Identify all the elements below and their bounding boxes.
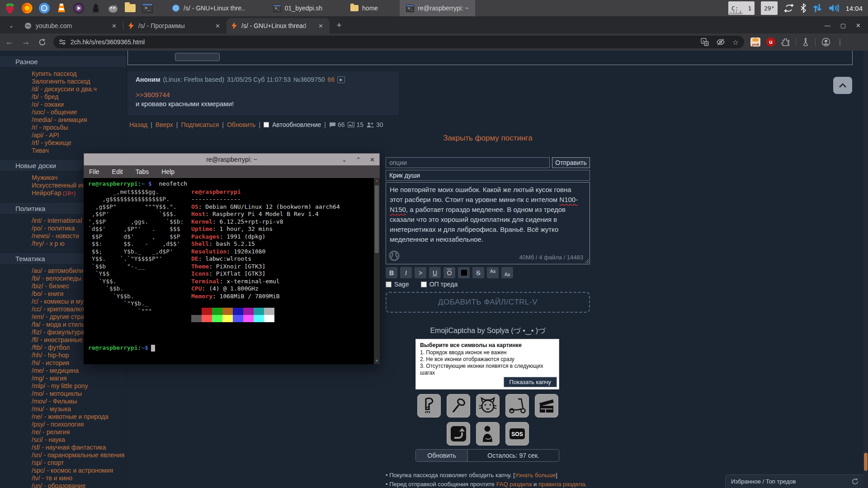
format-overline-button[interactable]: O (443, 267, 455, 278)
terminal-scrollbar-thumb[interactable] (375, 185, 379, 253)
captcha-scarf-icon[interactable] (417, 394, 441, 418)
sidebar-board-link[interactable]: /me/ - медицина (0, 367, 126, 375)
subject-input[interactable] (386, 170, 590, 181)
extensions-puzzle-icon[interactable] (781, 38, 790, 47)
format-strike-button[interactable]: S (472, 267, 484, 278)
tab-close-icon[interactable]: ✕ (316, 22, 325, 30)
task-home[interactable]: home (344, 0, 384, 16)
options-input[interactable] (386, 157, 550, 168)
scroll-to-top-button[interactable] (833, 77, 852, 94)
op-option[interactable]: ОП треда (421, 281, 458, 288)
scrollbar-thumb[interactable] (864, 453, 868, 471)
inkscape-icon[interactable] (90, 2, 102, 14)
tab-close-icon[interactable]: ✕ (213, 22, 222, 30)
captcha-clapperboard-icon[interactable] (535, 394, 558, 418)
sidebar-board-link[interactable]: /r/ - просьбы (0, 124, 126, 131)
quote-link[interactable]: >>3609744 (136, 90, 170, 99)
terminal-titlebar[interactable]: re@raspberrypi: ~ ⌄ ⌃ ✕ (84, 153, 380, 165)
sidebar-board-link[interactable]: /psy/ - психология (0, 421, 126, 428)
op-checkbox[interactable] (421, 282, 427, 287)
tab-close-icon[interactable]: ✕ (110, 22, 118, 30)
volume-icon[interactable] (828, 3, 839, 13)
add-file-button[interactable]: ДОБАВИТЬ ФАЙЛ/CTRL-V (386, 292, 590, 313)
sidebar-board-link[interactable]: /spc/ - космос и астрономия (0, 467, 126, 474)
raspberry-menu-icon[interactable] (4, 2, 16, 14)
terminal-scrollbar[interactable]: ▲ ▼ (374, 178, 380, 364)
terminal-body[interactable]: re@raspberrypi:~ $ neofetch _,met$$$$$gg… (84, 178, 380, 364)
file-manager-icon[interactable] (124, 2, 137, 14)
format-sup-button[interactable]: Aa (487, 267, 499, 278)
menu-file[interactable]: File (89, 168, 99, 175)
favorites-widget[interactable]: Избранное / Топ тредов (725, 474, 864, 488)
updates-icon[interactable] (784, 3, 794, 13)
sage-checkbox[interactable] (386, 282, 392, 287)
sidebar-board-link[interactable]: /sp/ - спорт (0, 459, 126, 467)
refresh-icon[interactable] (852, 478, 859, 485)
sidebar-board-link[interactable]: /re/ - религия (0, 428, 126, 436)
bluetooth-icon[interactable] (800, 3, 807, 13)
temperature-widget[interactable]: 29° (761, 1, 778, 15)
scroll-down-arrow-icon[interactable]: ▼ (374, 358, 380, 364)
sidebar-board-link[interactable]: /sf/ - научная фантастика (0, 444, 126, 451)
menu-help[interactable]: Help (161, 168, 175, 175)
submit-button[interactable]: Отправить (552, 157, 590, 168)
resize-grip[interactable] (585, 259, 589, 263)
faq-link[interactable]: FAQ раздела (496, 481, 532, 488)
sidebar-board-link[interactable]: Купить пасскод (0, 70, 126, 78)
format-italic-button[interactable]: I (400, 267, 412, 278)
captcha-cat-icon[interactable] (476, 394, 500, 418)
browser-menu-kebab-icon[interactable]: ⋮ (836, 38, 844, 47)
sidebar-board-link[interactable]: /media/ - анимация (0, 116, 126, 124)
close-form-link[interactable]: Закрыть форму постинга (386, 134, 590, 143)
task-byedpi[interactable]: >_ 01_byedpi.sh (267, 0, 329, 16)
profile-avatar-icon[interactable] (821, 38, 830, 47)
sidebar-board-link[interactable]: /tv/ - тв и кино (0, 474, 126, 482)
tab-youtube[interactable]: youtube.com ✕ (20, 18, 123, 33)
sidebar-board-link[interactable]: /mo/ - мотоциклы (0, 390, 126, 398)
sidebar-board-link[interactable]: /o/ - оэкаки (0, 101, 126, 108)
format-sub-button[interactable]: Aa (501, 267, 513, 278)
truncated-form-button[interactable] (175, 53, 220, 61)
back-button[interactable]: ← (3, 35, 16, 49)
reload-button[interactable] (35, 35, 49, 49)
scroll-up-arrow-icon[interactable]: ▲ (374, 178, 380, 184)
page-scrollbar[interactable] (863, 51, 868, 488)
gimp-icon[interactable] (107, 2, 119, 14)
expand-post-icon[interactable]: ▶ (337, 76, 345, 83)
captcha-pushpin-icon[interactable] (447, 394, 470, 418)
sidebar-board-link[interactable]: /d/ - дискуссии о два.ч (0, 85, 126, 93)
chromium-icon[interactable] (38, 2, 51, 14)
menu-tabs[interactable]: Tabs (136, 168, 149, 175)
comment-textarea[interactable]: Не повторяйте моих ошибок. Какой же люты… (386, 182, 590, 264)
clock[interactable]: 14:04 (845, 5, 863, 12)
sidebar-board-link[interactable]: /mov/ - Фильмы (0, 398, 126, 405)
task-terminal[interactable]: >_ re@raspberrypi: ~ (400, 0, 475, 16)
format-underline-button[interactable]: U (429, 267, 441, 278)
eye-off-icon[interactable] (716, 38, 725, 46)
terminal-close-icon[interactable]: ✕ (370, 156, 375, 163)
format-spoiler-button[interactable] (458, 267, 470, 278)
vlc-icon[interactable] (55, 2, 68, 14)
format-quote-button[interactable]: > (415, 267, 426, 278)
nav-up-link[interactable]: Вверх (156, 121, 173, 128)
markup-paw-icon[interactable] (389, 250, 400, 261)
url-text[interactable]: 2ch.hk/s/res/3609365.html (71, 38, 701, 46)
format-bold-button[interactable]: В (386, 267, 397, 278)
url-bar[interactable]: 2ch.hk/s/res/3609365.html A ☆ (53, 36, 744, 48)
sidebar-board-link[interactable]: /mlp/ - my little pony (0, 382, 126, 390)
tab-search-chevron-icon[interactable]: ⌄ (4, 18, 19, 33)
network-arrows-icon[interactable] (813, 3, 822, 13)
close-window-button[interactable]: ✕ (853, 22, 863, 29)
sidebar-board-link[interactable]: /rf/ - убежище (0, 139, 126, 147)
sidebar-board-link[interactable]: /sn/ - паранормальные явления (0, 451, 126, 459)
maximize-button[interactable]: ▢ (838, 22, 849, 29)
terminal-launcher-icon[interactable]: >_ (141, 2, 154, 14)
sidebar-board-link[interactable]: /soc/ - общение (0, 108, 126, 116)
post-reply-count[interactable]: 66 (328, 76, 335, 83)
sage-option[interactable]: Sage (386, 281, 409, 288)
new-tab-button[interactable]: + (332, 19, 346, 32)
task-browser[interactable]: /s/ - GNU+Linux thre.. (165, 0, 251, 16)
yedi-extension-icon[interactable]: yedi (750, 38, 760, 47)
site-settings-icon[interactable] (59, 38, 66, 46)
menu-edit[interactable]: Edit (112, 168, 123, 175)
